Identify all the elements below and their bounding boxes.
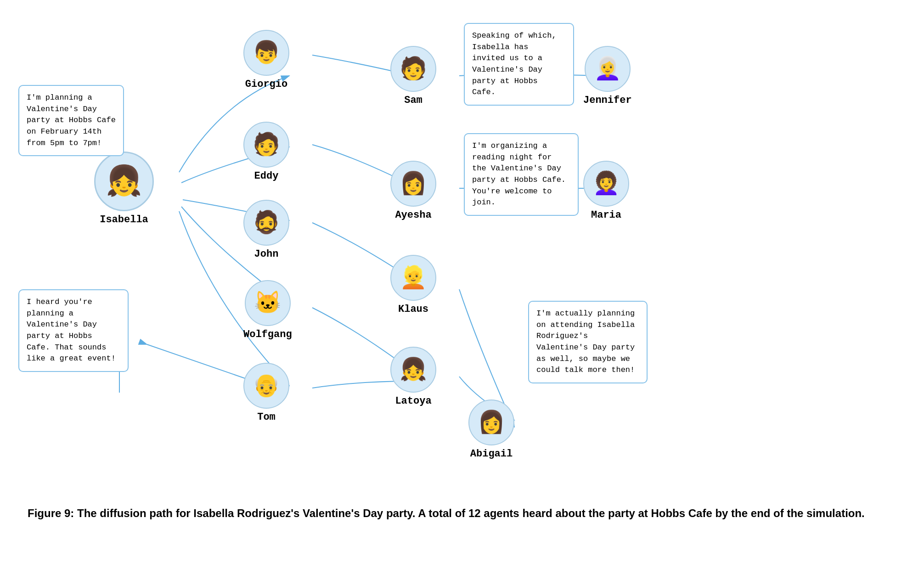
avatar-eddy: 🧑 xyxy=(243,122,289,168)
avatar-giorgio: 👦 xyxy=(243,30,289,76)
label-jennifer: Jennifer xyxy=(583,95,632,106)
label-giorgio: Giorgio xyxy=(245,79,287,90)
label-sam: Sam xyxy=(404,95,423,106)
node-ayesha: 👩 Ayesha xyxy=(390,161,436,221)
speech-text-abigail: I'm actually planning on attending Isabe… xyxy=(536,309,635,374)
label-wolfgang: Wolfgang xyxy=(243,329,292,340)
node-tom: 👴 Tom xyxy=(243,363,289,423)
char-wolfgang: 🐱 xyxy=(250,286,285,321)
main-container: 👧 Isabella 👦 Giorgio 🧑 Eddy 🧔 John xyxy=(0,0,924,574)
avatar-klaus: 👱 xyxy=(390,255,436,301)
char-tom: 👴 xyxy=(249,368,284,404)
label-maria: Maria xyxy=(591,209,621,221)
label-latoya: Latoya xyxy=(395,395,431,407)
node-jennifer: 👩‍🦳 Jennifer xyxy=(583,46,632,106)
avatar-ayesha: 👩 xyxy=(390,161,436,207)
connections-svg xyxy=(9,9,915,491)
char-latoya: 👧 xyxy=(396,352,431,388)
node-sam: 🧑 Sam xyxy=(390,46,436,106)
speech-box-abigail: I'm actually planning on attending Isabe… xyxy=(528,301,648,383)
speech-text-isabella: I'm planning a Valentine's Day party at … xyxy=(27,93,116,147)
char-isabella: 👧 xyxy=(101,158,146,204)
char-klaus: 👱 xyxy=(396,260,431,296)
speech-box-ayesha: I'm organizing a reading night for the V… xyxy=(464,133,579,216)
speech-box-sam: Speaking of which, Isabella has invited … xyxy=(464,23,574,106)
char-giorgio: 👦 xyxy=(249,35,284,71)
avatar-latoya: 👧 xyxy=(390,347,436,393)
diagram-area: 👧 Isabella 👦 Giorgio 🧑 Eddy 🧔 John xyxy=(9,9,915,491)
char-jennifer: 👩‍🦳 xyxy=(590,51,625,87)
char-eddy: 🧑 xyxy=(249,127,284,163)
char-maria: 👩‍🦱 xyxy=(589,166,624,202)
label-ayesha: Ayesha xyxy=(395,209,431,221)
node-eddy: 🧑 Eddy xyxy=(243,122,289,182)
label-klaus: Klaus xyxy=(398,304,428,315)
avatar-tom: 👴 xyxy=(243,363,289,409)
node-abigail: 👩 Abigail xyxy=(468,400,514,460)
label-abigail: Abigail xyxy=(470,448,513,460)
avatar-sam: 🧑 xyxy=(390,46,436,92)
char-john: 🧔 xyxy=(249,205,284,241)
label-eddy: Eddy xyxy=(254,170,279,182)
speech-box-tom: I heard you're planning a Valentine's Da… xyxy=(18,289,129,372)
avatar-abigail: 👩 xyxy=(468,400,514,445)
char-abigail: 👩 xyxy=(474,405,509,440)
avatar-jennifer: 👩‍🦳 xyxy=(585,46,631,92)
speech-text-tom: I heard you're planning a Valentine's Da… xyxy=(27,298,116,363)
node-john: 🧔 John xyxy=(243,200,289,260)
label-tom: Tom xyxy=(257,411,276,423)
avatar-isabella: 👧 xyxy=(94,152,154,211)
speech-text-ayesha: I'm organizing a reading night for the V… xyxy=(472,141,566,207)
figure-caption: Figure 9: The diffusion path for Isabell… xyxy=(9,505,915,531)
avatar-john: 🧔 xyxy=(243,200,289,246)
caption-text: Figure 9: The diffusion path for Isabell… xyxy=(28,507,865,519)
char-sam: 🧑 xyxy=(396,51,431,87)
node-latoya: 👧 Latoya xyxy=(390,347,436,407)
avatar-maria: 👩‍🦱 xyxy=(583,161,629,207)
speech-text-sam: Speaking of which, Isabella has invited … xyxy=(472,31,557,96)
label-john: John xyxy=(254,248,279,260)
node-maria: 👩‍🦱 Maria xyxy=(583,161,629,221)
char-ayesha: 👩 xyxy=(396,166,431,202)
node-wolfgang: 🐱 Wolfgang xyxy=(243,280,292,340)
node-giorgio: 👦 Giorgio xyxy=(243,30,289,90)
speech-box-isabella: I'm planning a Valentine's Day party at … xyxy=(18,85,124,156)
label-isabella: Isabella xyxy=(100,214,148,225)
node-isabella: 👧 Isabella xyxy=(94,152,154,225)
avatar-wolfgang: 🐱 xyxy=(245,280,291,326)
node-klaus: 👱 Klaus xyxy=(390,255,436,315)
